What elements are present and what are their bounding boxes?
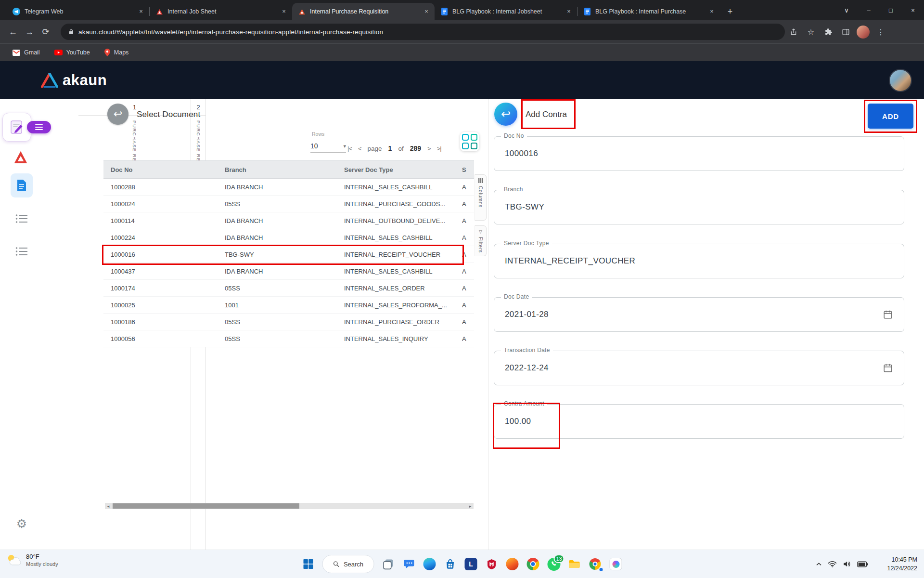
- horizontal-scrollbar[interactable]: ◂ ▸: [105, 503, 474, 509]
- close-icon[interactable]: ×: [137, 7, 145, 16]
- hamburger-icon: [35, 124, 43, 125]
- sidebar-menu-pill[interactable]: [27, 121, 51, 133]
- back-button[interactable]: ↩: [107, 104, 128, 125]
- filters-tab[interactable]: ▽ Filters: [475, 225, 487, 256]
- taskbar-clock[interactable]: 10:45 PM 12/24/2022: [887, 555, 917, 573]
- field-contra-amount[interactable]: Contra Amount 100.00: [494, 404, 904, 439]
- scrollbar-thumb[interactable]: [113, 503, 299, 509]
- field-value: TBG-SWY: [505, 202, 544, 212]
- chat-icon[interactable]: [402, 557, 416, 571]
- field-doc-date[interactable]: Doc Date 2021-01-28: [494, 297, 904, 332]
- start-button[interactable]: [302, 557, 315, 571]
- chrome-icon[interactable]: [526, 557, 540, 571]
- calendar-icon[interactable]: [883, 309, 893, 320]
- tab-title: Internal Purchase Requisition: [310, 8, 418, 15]
- close-icon[interactable]: ×: [422, 7, 431, 16]
- cell-branch: 05SS: [224, 200, 344, 208]
- rows-per-page-select[interactable]: 10 ▾: [310, 140, 346, 153]
- calendar-icon[interactable]: [883, 363, 893, 373]
- weather-widget[interactable]: 80°F Mostly cloudy: [6, 553, 58, 567]
- battery-icon[interactable]: [857, 561, 868, 567]
- minimize-icon[interactable]: –: [858, 0, 880, 20]
- table-row[interactable]: 1000437 IDA BRANCH INTERNAL_SALES_CASHBI…: [103, 263, 474, 280]
- snipping-tool-icon[interactable]: [609, 557, 623, 571]
- prev-page-button[interactable]: <: [358, 145, 361, 152]
- form-back-button[interactable]: ↩: [494, 103, 517, 126]
- table-row-selected[interactable]: 1000016 TBG-SWY INTERNAL_RECEIPT_VOUCHER…: [103, 246, 474, 263]
- last-page-button[interactable]: >|: [437, 145, 441, 152]
- sidebar-item-document-applet[interactable]: [11, 173, 33, 197]
- maximize-icon[interactable]: □: [880, 0, 902, 20]
- sidebar-item-listing-2[interactable]: [14, 246, 29, 257]
- edge-icon[interactable]: [423, 557, 436, 571]
- scroll-right-icon[interactable]: ▸: [467, 503, 474, 509]
- bookmark-maps[interactable]: Maps: [104, 49, 129, 56]
- field-server-doc-type[interactable]: Server Doc Type INTERNAL_RECEIPT_VOUCHER: [494, 244, 904, 278]
- whatsapp-icon[interactable]: 13: [547, 557, 561, 571]
- user-avatar[interactable]: [890, 70, 911, 91]
- table-row[interactable]: 1000024 05SS INTERNAL_PURCHASE_GOODS... …: [103, 196, 474, 212]
- field-branch[interactable]: Branch TBG-SWY: [494, 190, 904, 224]
- forward-icon[interactable]: →: [21, 27, 38, 37]
- chrome-profile-icon[interactable]: [589, 557, 602, 571]
- table-row[interactable]: 1000114 IDA BRANCH INTERNAL_OUTBOUND_DEL…: [103, 212, 474, 229]
- current-page[interactable]: 1: [388, 144, 392, 152]
- columns-icon: [478, 178, 483, 183]
- settings-gear-icon[interactable]: ⚙: [13, 515, 30, 532]
- table-row[interactable]: 1000288 IDA BRANCH INTERNAL_SALES_CASHBI…: [103, 179, 474, 196]
- l-app-icon[interactable]: L: [464, 557, 478, 571]
- add-button[interactable]: ADD: [868, 104, 913, 129]
- close-icon[interactable]: ×: [707, 7, 716, 16]
- close-icon[interactable]: ×: [280, 7, 288, 16]
- tab-blg-playbook-purchase[interactable]: BLG Playbook : Internal Purchase ×: [578, 3, 720, 20]
- file-explorer-icon[interactable]: [568, 557, 581, 571]
- bookmark-star-icon[interactable]: ☆: [802, 27, 820, 37]
- window-close-icon[interactable]: ×: [902, 0, 924, 20]
- pagination: |< < page 1 of 289 > >|: [347, 142, 441, 155]
- tab-telegram-web[interactable]: Telegram Web ×: [7, 3, 149, 20]
- hidden-icons-chevron[interactable]: [816, 562, 822, 566]
- tab-blg-playbook-jobsheet[interactable]: BLG Playbook : Internal Jobsheet ×: [435, 3, 577, 20]
- app-header: akaun: [0, 61, 924, 99]
- address-bar[interactable]: akaun.cloud/#/applets/tnt/wavelet/erp/in…: [61, 24, 785, 40]
- next-page-button[interactable]: >: [427, 145, 431, 152]
- new-tab-button[interactable]: +: [723, 4, 737, 19]
- close-icon[interactable]: ×: [565, 7, 573, 16]
- bookmark-youtube[interactable]: YouTube: [54, 49, 90, 56]
- first-page-button[interactable]: |<: [347, 145, 352, 152]
- table-row[interactable]: 1000224 IDA BRANCH INTERNAL_SALES_CASHBI…: [103, 229, 474, 246]
- sidebar-item-pdf-applet[interactable]: [12, 148, 29, 167]
- mcafee-shield-icon[interactable]: [485, 557, 499, 571]
- profile-avatar[interactable]: [857, 26, 870, 39]
- back-icon[interactable]: ←: [5, 27, 21, 37]
- sidebar-item-listing-1[interactable]: [14, 213, 29, 224]
- task-view-icon[interactable]: [382, 557, 395, 571]
- share-icon[interactable]: [785, 28, 802, 36]
- profile-dot: [599, 567, 604, 572]
- microsoft-store-icon[interactable]: [444, 557, 457, 571]
- tab-search-chevron-icon[interactable]: ∨: [835, 0, 858, 20]
- field-transaction-date[interactable]: Transaction Date 2022-12-24: [494, 351, 904, 385]
- table-row[interactable]: 1000025 1001 INTERNAL_SALES_PROFORMA_...…: [103, 297, 474, 314]
- cell-doc-no: 1000174: [103, 285, 224, 292]
- cell-server-doc-type: INTERNAL_SALES_ORDER: [344, 285, 462, 292]
- menu-kebab-icon[interactable]: ⋮: [872, 27, 889, 37]
- table-row[interactable]: 1000056 05SS INTERNAL_SALES_INQUIRY A: [103, 330, 474, 347]
- field-doc-no[interactable]: Doc No 1000016: [494, 136, 904, 171]
- telegram-icon: [13, 8, 20, 15]
- refresh-icon[interactable]: ⟳: [38, 26, 54, 37]
- table-row[interactable]: 1000174 05SS INTERNAL_SALES_ORDER A: [103, 280, 474, 297]
- scroll-left-icon[interactable]: ◂: [105, 503, 112, 509]
- orange-app-icon[interactable]: [506, 557, 519, 571]
- bookmark-gmail[interactable]: Gmail: [13, 49, 40, 56]
- side-panel-icon[interactable]: [837, 28, 854, 36]
- tab-internal-job-sheet[interactable]: Internal Job Sheet ×: [150, 3, 292, 20]
- tab-internal-purchase-requisition[interactable]: Internal Purchase Requisition ×: [292, 3, 435, 20]
- taskbar-search[interactable]: Search: [322, 555, 374, 573]
- columns-tab[interactable]: Columns: [475, 174, 487, 221]
- table-row[interactable]: 1000186 05SS INTERNAL_PURCHASE_ORDER A: [103, 314, 474, 330]
- wifi-icon[interactable]: [828, 561, 837, 568]
- grid-view-button[interactable]: [460, 132, 479, 151]
- volume-icon[interactable]: [843, 560, 851, 568]
- extensions-icon[interactable]: [820, 28, 837, 36]
